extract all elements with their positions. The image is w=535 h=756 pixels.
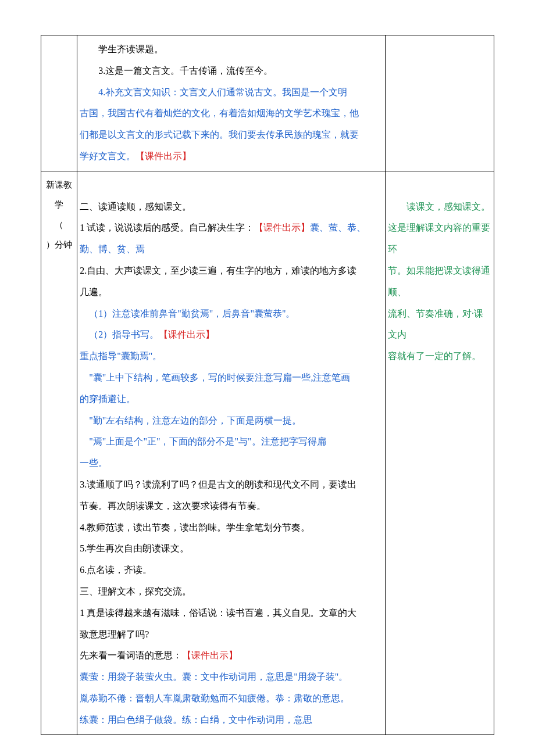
s2-2b: 几遍。: [80, 282, 383, 303]
note-n2d: 容就有了一定的了解。: [388, 346, 491, 367]
s2-1a-tag: 【课件出示】: [254, 223, 310, 232]
label-line-a: 新课教学: [44, 175, 74, 215]
row1-line1: 学生齐读课题。: [80, 39, 383, 60]
s2-title: 二、读通读顺，感知课文。: [80, 196, 383, 218]
row1-line3d-wrap: 学好文言文。【课件出示】: [80, 146, 383, 167]
row1-line3c: 们都是以文言文的形式记载下来的。我们要去传承民族的瑰宝，就要: [80, 124, 383, 146]
s2-1a: 1 试读，说说读后的感受。自己解决生字：: [80, 223, 254, 232]
s3-w2: 胤恭勤不倦：晋朝人车胤肃敬勤勉而不知疲倦。恭：肃敬的意思。: [80, 688, 383, 710]
s3-w1: 囊萤：用袋子装萤火虫。囊：文中作动词用，意思是"用袋子装"。: [80, 667, 383, 688]
s2-nang-a: "囊"上中下结构，笔画较多，写的时候要注意写扁一些,注意笔画: [80, 367, 383, 389]
s3-1a: 1 真是读得越来越有滋味，俗话说：读书百遍，其义自见。文章的大: [80, 603, 383, 624]
row1-line2: 3.这是一篇文言文。千古传诵，流传至今。: [80, 60, 383, 82]
s3-2a-wrap: 先来看一看词语的意思：【课件出示】: [80, 645, 383, 667]
note-n1: 读课文，感知课文。: [388, 196, 491, 218]
note-n2a: 这是理解课文内容的重要环: [388, 217, 491, 260]
s2-5: 5.学生再次自由朗读课文。: [80, 538, 383, 560]
row1-note-cell: [386, 35, 494, 171]
s2-2-p2-wrap: （2）指导书写。【课件出示】: [80, 324, 383, 346]
s2-nang-b: 的穿插避让。: [80, 389, 383, 410]
s2-6: 6.点名读，齐读。: [80, 560, 383, 581]
s2-qin: "勤"左右结构，注意左边的部分，下面是两横一提。: [80, 410, 383, 432]
row-lower: 新课教学 （ ）分钟 二、读通读顺，感知课文。 1 试读，说说读后的感受。自己解…: [41, 171, 494, 734]
s2-1a-end: 囊、萤、恭、: [310, 223, 366, 232]
label-line-b: （: [44, 215, 74, 235]
s2-3b: 节奏。再次朗读课文，这次要求读得有节奏。: [80, 496, 383, 517]
s2-3a: 3.读通顺了吗？读流利了吗？但是古文的朗读和现代文不同，要读出: [80, 474, 383, 496]
s2-key: 重点指导"囊勤焉"。: [80, 346, 383, 367]
s2-yan-a: "焉"上面是个"正"，下面的部分不是"与"。注意把字写得扁: [80, 431, 383, 453]
s3-2a-tag: 【课件出示】: [182, 650, 238, 660]
s3-2a: 先来看一看词语的意思：: [80, 650, 182, 660]
row1-line3b: 古国，我国古代有着灿烂的文化，有着浩如烟海的文学艺术瑰宝，他: [80, 103, 383, 124]
s2-2-p2a-tag: 【课件出示】: [159, 329, 215, 339]
s3-w3: 练囊：用白色绢子做袋。练：白绢，文中作动词用，意思: [80, 710, 383, 731]
row1-main-cell: 学生齐读课题。 3.这是一篇文言文。千古传诵，流传至今。 4.补充文言文知识：文…: [77, 35, 386, 171]
row2-label-cell: 新课教学 （ ）分钟: [41, 171, 77, 734]
row1-label-cell: [41, 35, 77, 171]
s2-2a: 2.自由、大声读课文，至少读三遍，有生字的地方，难读的地方多读: [80, 260, 383, 282]
s2-2-p1: （1）注意读准前鼻音"勤贫焉"，后鼻音"囊萤恭"。: [80, 303, 383, 325]
s3-title: 三、理解文本，探究交流。: [80, 581, 383, 603]
s2-1b: 勤、博、贫、焉: [80, 239, 383, 260]
label-line-c: ）分钟: [44, 235, 74, 255]
row2-main-cell: 二、读通读顺，感知课文。 1 试读，说说读后的感受。自己解决生字：【课件出示】囊…: [77, 171, 386, 734]
row1-tag: 【课件出示】: [135, 151, 191, 161]
row1-line3a: 4.补充文言文知识：文言文人们通常说古文。我国是一个文明: [80, 82, 383, 103]
row2-note-cell: 读课文，感知课文。 这是理解课文内容的重要环 节。如果能把课文读得通顺、 流利、…: [386, 171, 494, 734]
document-table: 学生齐读课题。 3.这是一篇文言文。千古传诵，流传至今。 4.补充文言文知识：文…: [41, 35, 494, 735]
s2-yan-b: 一些。: [80, 453, 383, 474]
s2-2-p2a: （2）指导书写。: [89, 329, 159, 339]
s3-1b: 致意思理解了吗?: [80, 624, 383, 646]
row1-line3d: 学好文言文。: [80, 151, 135, 161]
s2-1a-wrap: 1 试读，说说读后的感受。自己解决生字：【课件出示】囊、萤、恭、: [80, 217, 383, 239]
note-n2b: 节。如果能把课文读得通顺、: [388, 260, 491, 303]
row-upper: 学生齐读课题。 3.这是一篇文言文。千古传诵，流传至今。 4.补充文言文知识：文…: [41, 35, 494, 171]
note-n2c: 流利、节奏准确，对·课文内: [388, 303, 491, 346]
s2-4: 4.教师范读，读出节奏，读出韵味。学生拿笔划分节奏。: [80, 517, 383, 539]
